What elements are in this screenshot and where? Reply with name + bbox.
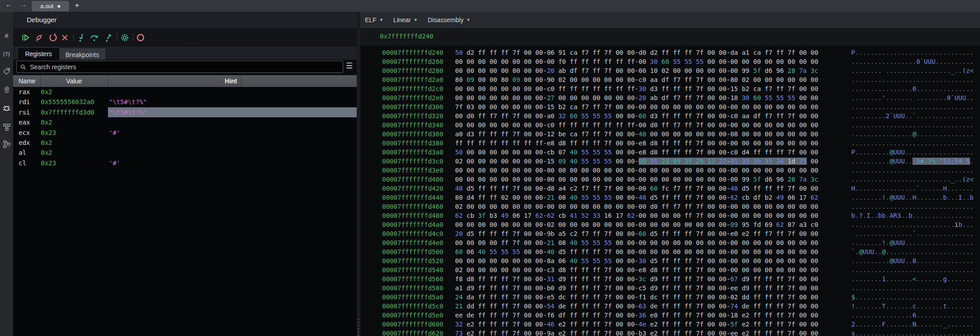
hex-ascii[interactable]: ................@............... [851,130,974,139]
hex-ascii[interactable]: ........'....... ........0`UUU.. [851,93,974,102]
hex-bytes[interactable]: 62 cb 3f b3 49 06 17 62-62 cb 41 52 33 1… [455,211,818,220]
hex-row[interactable]: 00007fffffffd54002 00 00 00 00 00 00 00-… [360,265,980,274]
hex-bytes[interactable]: 00 00 00 00 00 00 00 00-c0 ff ff ff ff f… [455,120,818,130]
hex-ascii[interactable]: .........................._..(z< [851,175,974,184]
hex-bytes[interactable]: 48 d5 ff ff ff 7f 00 00-d8 a4 c2 f7 ff 7… [455,184,818,193]
hex-ascii[interactable]: ...........................ib... [851,220,974,229]
hex-ascii[interactable]: 2.......F.......N......._....... [851,320,974,329]
hex-ascii[interactable]: b.?.I..bb.AR3..b................ [851,211,974,220]
register-row[interactable]: ecx0x23'#' [13,128,357,138]
register-row[interactable]: edx0x2 [13,138,357,148]
hex-row[interactable]: 00007fffffffd4a000 00 00 00 00 00 00 00-… [360,220,980,229]
hex-bytes[interactable]: 00 00 00 00 00 00 00 00-00 f0 ff ff ff f… [455,57,818,66]
hex-bytes[interactable]: 00 00 00 00 00 00 00 00-02 00 00 00 00 0… [455,220,818,229]
file-tab[interactable]: a.out [32,1,69,11]
column-header-value[interactable]: Value [41,75,108,87]
hex-bytes[interactable]: 20 d5 ff ff ff 7f 00 00-9b a5 c2 f7 ff 7… [455,229,818,238]
hex-bytes[interactable]: 00 00 00 00 00 00 00 00-27 00 00 00 00 0… [455,93,818,102]
hex-row[interactable]: 00007fffffffd28000 00 00 00 00 00 00 00-… [360,66,980,75]
column-header-hint[interactable]: Hint [108,75,241,87]
hex-bytes[interactable]: 00 00 00 00 00 00 00 00-20 ab df f7 ff 7… [455,66,818,75]
hex-bytes[interactable]: 24 da ff ff ff 7f 00 00-e5 dc ff ff ff 7… [455,293,818,302]
hex-row[interactable]: 00007fffffffd50060 06 40 55 55 55 00 00-… [360,247,980,256]
step-over-icon[interactable] [89,33,99,43]
hex-row[interactable]: 00007fffffffd48062 cb 3f b3 49 06 17 62-… [360,211,980,220]
hex-ascii[interactable]: ................6............... [851,311,974,320]
hex-ascii[interactable]: ................................ [851,139,974,148]
hex-bytes[interactable]: 32 e2 ff ff ff 7f 00 00-46 e2 ff ff ff 7… [455,320,818,329]
hex-ascii[interactable]: ................................ [851,283,974,293]
hex-row[interactable]: 00007fffffffd24050 d2 ff ff ff 7f 00 00-… [360,48,980,57]
hex-ascii[interactable]: ..........@UUU..8............... [851,256,974,265]
hex-row[interactable]: 00007fffffffd2a080 09 00 00 80 09 00 00-… [360,75,980,84]
hex-ascii[interactable]: ...............`............... [851,229,974,238]
hex-bytes[interactable]: 50 d2 ff ff ff 7f 00 00-06 91 ca f7 ff 7… [455,48,818,57]
hex-bytes[interactable]: 80 09 00 00 80 09 00 00-90 02 00 00 00 0… [455,75,818,84]
hex-ascii[interactable]: ................................ [851,202,974,211]
hex-ascii[interactable]: $............................... [851,293,974,302]
hex-row[interactable]: 00007fffffffd560f8 d8 ff ff ff 7f 00 00-… [360,274,980,283]
step-out-icon[interactable] [104,33,114,43]
hex-row[interactable]: 00007fffffffd3c002 00 00 00 00 00 00 00-… [360,157,980,166]
hex-bytes[interactable]: a0 d3 ff ff ff 7f 00 00-12 be ca f7 ff 7… [455,130,818,139]
hex-row[interactable]: 00007fffffffd3e000 00 00 00 00 00 00 00-… [360,166,980,175]
hex-ascii[interactable]: ................................ [851,102,974,111]
hex-row[interactable]: 00007fffffffd2c000 00 00 00 00 00 00 00-… [360,84,980,93]
column-header-name[interactable]: Name [13,75,41,87]
hex-ascii[interactable]: .........2`UUU..`............... [851,111,974,120]
hex-row[interactable]: 00007fffffffd4c020 d5 ff ff ff 7f 00 00-… [360,229,980,238]
hamburger-menu-icon[interactable]: ☰ [346,62,353,70]
hex-row[interactable]: 00007fffffffd2e000 00 00 00 00 00 00 00-… [360,93,980,102]
hex-bytes[interactable]: 00 00 00 00 ff 7f 00 00-21 08 40 55 55 5… [455,238,818,247]
hex-ascii[interactable]: ........1.......<.......g....... [851,274,974,283]
hex-row[interactable]: 00007fffffffd380ff ff ff ff ff ff ff ff-… [360,139,980,148]
hierarchy-icon[interactable] [0,120,13,134]
back-arrow-button[interactable]: ← [5,0,12,8]
menu-linear[interactable]: Linear▼ [393,16,418,24]
hex-row[interactable]: 00007fffffffd4e000 00 00 00 ff 7f 00 00-… [360,238,980,247]
menu-disassembly[interactable]: Disassembly▼ [427,16,470,24]
hex-ascii[interactable]: H................`......H....... [851,184,974,193]
hex-row[interactable]: 00007fffffffd360a0 d3 ff ff ff 7f 00 00-… [360,130,980,139]
register-row[interactable]: rsi0x7fffffffd3d0"\t5#\t?%" [13,107,357,117]
hex-bytes[interactable]: 00 00 00 00 00 00 00 00-00 00 00 00 00 0… [455,166,818,175]
hex-ascii[interactable]: ................................ [851,166,974,175]
panel-splitter[interactable] [357,12,360,336]
hex-bytes[interactable]: 00 00 00 00 00 00 00 00-c0 ff ff ff ff f… [455,84,818,93]
hex-row[interactable]: 00007fffffffd60032 e2 ff ff ff 7f 00 00-… [360,320,980,329]
hex-ascii[interactable]: .................0`UUU.......... [851,57,974,66]
register-row[interactable]: rdi0x5555556032a0"\t5#\t?%" [13,97,357,107]
settings-gear-icon[interactable] [120,33,130,43]
tab-registers[interactable]: Registers [17,47,60,60]
types-icon[interactable]: {T} [0,47,13,61]
step-into-icon[interactable] [76,33,86,43]
hex-ascii[interactable]: ........ ................._..(z< [851,66,974,75]
hex-row[interactable]: 00007fffffffd52000 00 00 00 00 00 00 00-… [360,256,980,265]
hex-bytes[interactable]: f8 d8 ff ff ff 7f 00 00-31 d9 ff ff ff 7… [455,274,818,283]
register-search-box[interactable] [16,61,343,73]
hex-ascii[interactable]: ................................ [851,265,974,274]
hex-row[interactable]: 00007fffffffd34000 00 00 00 00 00 00 00-… [360,120,980,130]
more-icon[interactable]: ··· [0,144,13,151]
hex-bytes[interactable]: 02 00 00 00 00 00 00 00-15 09 40 55 55 5… [455,157,818,166]
hex-ascii[interactable]: `.@UUU..@....................... [851,247,974,256]
hex-bytes[interactable]: 73 e2 ff ff ff 7f 00 00-9a e2 ff ff ff 7… [455,329,818,336]
hex-ascii[interactable]: ........!.@UUU.................. [851,238,974,247]
hex-bytes[interactable]: 02 00 00 00 00 00 00 00-c3 d8 ff ff ff 7… [455,265,818,274]
hex-row[interactable]: 00007fffffffd32000 d0 ff f7 ff 7f 00 00-… [360,111,980,120]
hex-ascii[interactable]: ................................ [851,120,974,130]
hex-row[interactable]: 00007fffffffd3007f 03 00 00 00 00 00 00-… [360,102,980,111]
hex-row[interactable]: 00007fffffffd62073 e2 ff ff ff 7f 00 00-… [360,329,980,336]
hex-ascii[interactable]: P.........@UUU.................. [851,148,974,157]
hex-row[interactable]: 00007fffffffd3a050 00 00 00 00 00 00 00-… [360,148,980,157]
hex-bytes[interactable]: 00 d0 ff f7 ff 7f 00 00-a0 32 60 55 55 5… [455,111,818,120]
hex-bytes[interactable]: 00 00 00 00 00 00 00 00-8a 06 40 55 55 5… [455,256,818,265]
hex-row[interactable]: 00007fffffffd5a024 da ff ff ff 7f 00 00-… [360,293,980,302]
hex-row[interactable]: 00007fffffffd46002 00 00 00 00 00 00 00-… [360,202,980,211]
search-input[interactable] [29,63,321,71]
hex-bytes[interactable]: 02 00 00 00 00 00 00 00-00 00 00 00 00 0… [455,202,818,211]
register-row[interactable]: cl0x23'#' [13,158,357,168]
hex-bytes[interactable]: a1 d9 ff ff ff 7f 00 00-b0 d9 ff ff ff 7… [455,283,818,293]
stop-icon[interactable] [60,33,70,43]
hex-ascii[interactable]: ................................ [851,75,974,84]
